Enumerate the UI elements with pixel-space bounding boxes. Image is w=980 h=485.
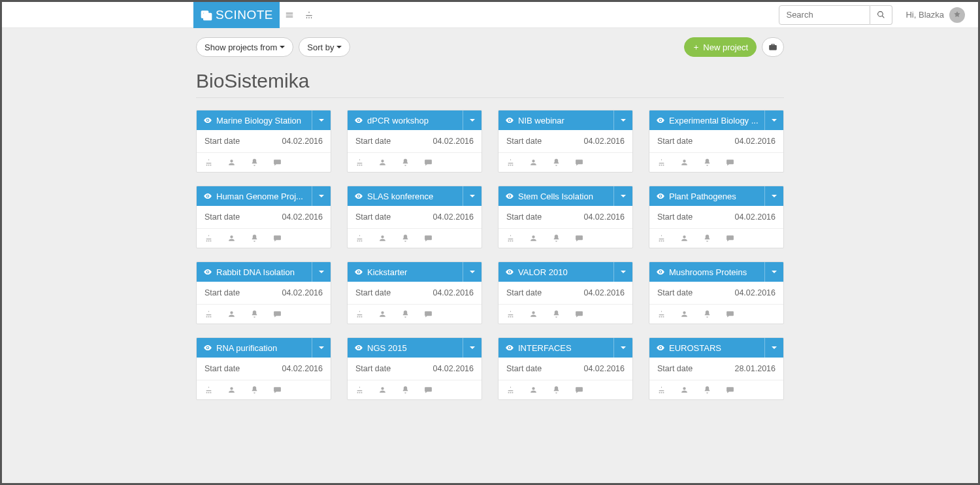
project-users-button[interactable] (378, 234, 387, 242)
project-comments-button[interactable] (273, 234, 282, 242)
search-input[interactable] (779, 5, 870, 25)
project-comments-button[interactable] (575, 310, 583, 318)
project-tree-button[interactable] (657, 386, 666, 394)
project-card-menu[interactable] (764, 186, 777, 206)
project-users-button[interactable] (529, 158, 538, 167)
project-comments-button[interactable] (726, 234, 734, 242)
project-tree-button[interactable] (506, 234, 515, 242)
project-users-button[interactable] (529, 310, 538, 318)
new-project-button[interactable]: New project (684, 37, 757, 57)
project-tree-button[interactable] (355, 158, 364, 167)
project-comments-button[interactable] (424, 386, 433, 394)
project-card-menu[interactable] (312, 186, 324, 206)
project-notifications-button[interactable] (401, 386, 410, 394)
project-comments-button[interactable] (726, 310, 734, 318)
project-comments-button[interactable] (424, 234, 433, 242)
project-comments-button[interactable] (273, 386, 282, 394)
project-comments-button[interactable] (575, 234, 583, 242)
project-card-header[interactable]: Marine Biology Station (197, 110, 331, 130)
project-tree-button[interactable] (657, 158, 666, 167)
project-notifications-button[interactable] (250, 158, 259, 167)
filter-projects-dropdown[interactable]: Show projects from (196, 37, 293, 57)
project-users-button[interactable] (680, 310, 689, 318)
project-comments-button[interactable] (424, 310, 433, 318)
project-notifications-button[interactable] (703, 310, 711, 318)
project-users-button[interactable] (378, 386, 387, 394)
project-notifications-button[interactable] (250, 234, 259, 242)
org-tree-button[interactable] (299, 2, 319, 28)
project-tree-button[interactable] (355, 310, 364, 318)
project-comments-button[interactable] (726, 158, 734, 167)
project-users-button[interactable] (227, 158, 236, 167)
project-card-header[interactable]: Human Genome Proj... (197, 186, 331, 206)
project-notifications-button[interactable] (703, 158, 711, 167)
project-card-menu[interactable] (463, 262, 475, 282)
project-card-menu[interactable] (463, 186, 475, 206)
project-users-button[interactable] (680, 158, 689, 167)
project-notifications-button[interactable] (703, 386, 711, 394)
project-comments-button[interactable] (273, 310, 282, 318)
menu-toggle-button[interactable] (280, 2, 299, 28)
project-comments-button[interactable] (726, 386, 734, 394)
project-card-menu[interactable] (613, 262, 626, 282)
archive-button[interactable] (762, 37, 784, 57)
project-card-header[interactable]: dPCR workshop (348, 110, 482, 130)
project-notifications-button[interactable] (703, 234, 711, 242)
app-logo[interactable]: SCINOTE (193, 2, 280, 28)
project-comments-button[interactable] (575, 386, 583, 394)
project-users-button[interactable] (378, 158, 387, 167)
project-users-button[interactable] (227, 310, 236, 318)
project-comments-button[interactable] (424, 158, 433, 167)
project-card-header[interactable]: Rabbit DNA Isolation (197, 262, 331, 282)
project-card-header[interactable]: VALOR 2010 (498, 262, 632, 282)
project-tree-button[interactable] (204, 158, 213, 167)
project-tree-button[interactable] (355, 386, 364, 394)
project-card-header[interactable]: NIB webinar (498, 110, 632, 130)
project-card-menu[interactable] (463, 338, 475, 358)
project-notifications-button[interactable] (401, 234, 410, 242)
project-card-menu[interactable] (613, 338, 626, 358)
project-tree-button[interactable] (506, 158, 515, 167)
project-card-header[interactable]: Plant Pathogenes (649, 186, 783, 206)
project-notifications-button[interactable] (250, 310, 259, 318)
sort-projects-dropdown[interactable]: Sort by (299, 37, 350, 57)
project-tree-button[interactable] (355, 234, 364, 242)
project-card-header[interactable]: INTERFACES (498, 338, 632, 358)
project-card-menu[interactable] (312, 262, 324, 282)
project-users-button[interactable] (227, 386, 236, 394)
project-card-header[interactable]: EUROSTARS (649, 338, 783, 358)
project-card-menu[interactable] (764, 338, 777, 358)
project-comments-button[interactable] (273, 158, 282, 167)
project-tree-button[interactable] (657, 234, 666, 242)
project-users-button[interactable] (529, 234, 538, 242)
project-card-header[interactable]: Mushrooms Proteins (649, 262, 783, 282)
project-card-menu[interactable] (764, 262, 777, 282)
project-users-button[interactable] (227, 234, 236, 242)
project-card-menu[interactable] (312, 110, 324, 130)
project-tree-button[interactable] (506, 386, 515, 394)
project-comments-button[interactable] (575, 158, 583, 167)
project-card-menu[interactable] (613, 186, 626, 206)
project-tree-button[interactable] (204, 310, 213, 318)
project-notifications-button[interactable] (552, 234, 561, 242)
project-notifications-button[interactable] (401, 158, 410, 167)
project-card-header[interactable]: Experimental Biology ... (649, 110, 783, 130)
project-notifications-button[interactable] (552, 386, 561, 394)
project-card-header[interactable]: NGS 2015 (348, 338, 482, 358)
project-card-header[interactable]: Kickstarter (348, 262, 482, 282)
project-tree-button[interactable] (506, 310, 515, 318)
project-notifications-button[interactable] (250, 386, 259, 394)
project-users-button[interactable] (378, 310, 387, 318)
project-users-button[interactable] (680, 234, 689, 242)
project-users-button[interactable] (680, 386, 689, 394)
project-notifications-button[interactable] (552, 310, 561, 318)
search-button[interactable] (870, 5, 892, 25)
project-card-menu[interactable] (312, 338, 324, 358)
project-notifications-button[interactable] (552, 158, 561, 167)
project-card-header[interactable]: Stem Cells Isolation (498, 186, 632, 206)
project-tree-button[interactable] (204, 386, 213, 394)
project-tree-button[interactable] (204, 234, 213, 242)
project-notifications-button[interactable] (401, 310, 410, 318)
project-card-header[interactable]: RNA purification (197, 338, 331, 358)
project-card-menu[interactable] (613, 110, 626, 130)
